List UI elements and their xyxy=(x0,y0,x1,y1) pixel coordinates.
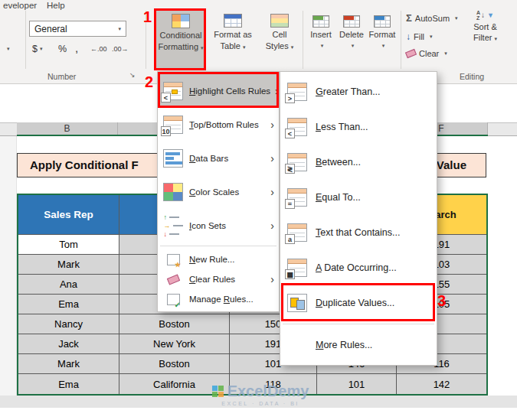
chevron-down-icon: ▾ xyxy=(291,44,294,50)
cell-r8c1[interactable]: Ema xyxy=(18,374,119,394)
column-header-b[interactable]: B xyxy=(17,122,118,135)
format-as-table-button[interactable]: Format as Table▾ xyxy=(209,10,257,70)
menu-item-a-date-occurring[interactable]: ▦A Date Occurring... xyxy=(280,250,437,285)
number-format-value: General xyxy=(34,24,67,34)
chevron-down-icon: ▾ xyxy=(494,36,497,41)
comma-style-button[interactable]: , xyxy=(75,41,78,54)
menu-item-label: Data Bars xyxy=(189,154,266,163)
tab-developer[interactable]: eveloper xyxy=(3,1,37,10)
menu-item-highlight-cells-rules[interactable]: <Highlight Cells Rules› xyxy=(158,74,279,108)
cell-r5c2[interactable]: Boston xyxy=(119,314,230,334)
cell-r8c5[interactable]: 142 xyxy=(397,374,486,394)
delete-button[interactable]: Delete ▾ xyxy=(337,11,366,50)
cell-r5c1[interactable]: Nancy xyxy=(18,314,119,334)
annotation-number-1: 1 xyxy=(143,8,152,26)
menu-separator xyxy=(283,324,434,324)
greater-than-icon: > xyxy=(284,80,310,103)
autosum-button[interactable]: Σ AutoSum▾ xyxy=(406,12,458,24)
format-button[interactable]: Format ▾ xyxy=(367,11,398,50)
delete-cells-icon xyxy=(343,15,360,28)
number-format-select[interactable]: General ▾ xyxy=(29,21,126,37)
delete-label: Delete xyxy=(339,30,364,39)
chevron-down-icon: ▾ xyxy=(455,15,458,21)
menu-item-new-rule[interactable]: ★New Rule... xyxy=(158,249,279,269)
fill-button[interactable]: ↓ Fill▾ xyxy=(406,31,433,42)
chevron-down-icon: ▾ xyxy=(201,45,204,50)
cell-r1c1[interactable]: Tom xyxy=(18,235,119,255)
conditional-formatting-label-1: Conditional xyxy=(159,31,201,40)
percent-style-button[interactable]: % xyxy=(58,44,67,54)
sigma-icon: Σ xyxy=(406,12,412,24)
cell-styles-button[interactable]: Cell Styles▾ xyxy=(260,10,299,70)
menu-item-label: Icon Sets xyxy=(189,221,266,230)
tab-help[interactable]: Help xyxy=(47,1,65,10)
chevron-down-icon[interactable]: ▾ xyxy=(7,46,10,52)
menu-item-label: More Rules... xyxy=(316,340,432,350)
submenu-arrow-icon: › xyxy=(270,220,274,232)
submenu-arrow-icon: › xyxy=(270,152,274,164)
cell-r4c1[interactable]: Ema xyxy=(18,295,119,314)
watermark: ExcelDemy EXCEL · DATA · BI xyxy=(182,383,339,406)
cell-r6c1[interactable]: Jack xyxy=(18,334,119,354)
number-dialog-launcher-icon[interactable]: ↘ xyxy=(129,71,136,79)
number-group-label: Number xyxy=(47,72,76,81)
menu-item-more-rules[interactable]: More Rules... xyxy=(280,327,437,363)
cell-styles-icon xyxy=(270,14,289,28)
conditional-formatting-button[interactable]: Conditional Formatting▾ xyxy=(156,10,205,70)
insert-button[interactable]: Insert ▾ xyxy=(306,11,335,50)
menu-item-equal-to[interactable]: =Equal To... xyxy=(280,180,437,215)
watermark-tagline: EXCEL · DATA · BI xyxy=(182,401,339,406)
chevron-down-icon: ▾ xyxy=(352,41,355,50)
menu-item-top-bottom-rules[interactable]: 10Top/Bottom Rules› xyxy=(158,108,279,142)
conditional-formatting-icon xyxy=(172,14,190,28)
format-as-table-icon xyxy=(224,14,242,28)
group-divider xyxy=(401,11,401,69)
exceldemy-logo-icon xyxy=(212,386,224,397)
accounting-format-button[interactable]: $▾ xyxy=(32,44,42,54)
increase-decimal-button[interactable]: ←.00 xyxy=(90,45,107,53)
menu-item-clear-rules[interactable]: Clear Rules› xyxy=(158,269,279,289)
menu-separator xyxy=(160,246,276,246)
menu-item-label: Text that Contains... xyxy=(316,227,432,238)
format-as-table-label-1: Format as xyxy=(214,30,252,39)
equal-to-icon: = xyxy=(284,186,310,209)
menu-item-label: Color Scales xyxy=(189,187,266,197)
annotation-number-2: 2 xyxy=(145,73,153,91)
menu-item-label: Manage Rules... xyxy=(189,295,274,304)
cell-r2c1[interactable]: Mark xyxy=(18,255,119,275)
chevron-down-icon: ▾ xyxy=(321,41,324,50)
sort-filter-icon: AZ↓▼ xyxy=(476,10,494,21)
decrease-decimal-button[interactable]: .00→ xyxy=(112,45,129,53)
menu-item-duplicate-values[interactable]: Duplicate Values... xyxy=(280,285,437,321)
less-than-icon: < xyxy=(284,116,310,138)
menu-item-greater-than[interactable]: >Greater Than... xyxy=(280,74,437,109)
cell-styles-label-1: Cell xyxy=(273,30,287,39)
format-cells-icon xyxy=(374,15,391,28)
menu-item-manage-rules[interactable]: ✓Manage Rules... xyxy=(158,289,279,309)
table-header-sales-rep[interactable]: Sales Rep xyxy=(18,195,119,235)
clear-button[interactable]: Clear▾ xyxy=(406,49,447,58)
cell-r3c1[interactable]: Ana xyxy=(18,275,119,295)
submenu-arrow-icon: › xyxy=(270,273,274,285)
menu-item-label: Between... xyxy=(316,157,432,168)
cell-r6c2[interactable]: New York xyxy=(119,334,230,354)
watermark-name: ExcelDemy xyxy=(227,383,309,400)
fill-down-icon: ↓ xyxy=(406,31,411,42)
menu-item-label: New Rule... xyxy=(189,255,274,264)
sort-filter-button[interactable]: AZ↓▼ Sort & Filter▾ xyxy=(473,10,497,44)
eraser-icon xyxy=(405,49,417,58)
sort-filter-label-1: Sort & xyxy=(473,22,497,31)
chevron-down-icon: ▾ xyxy=(40,46,43,52)
menu-item-less-than[interactable]: <Less Than... xyxy=(280,109,437,145)
cell-r7c1[interactable]: Mark xyxy=(18,354,119,374)
menu-item-label: Top/Bottom Rules xyxy=(189,120,266,129)
cell-r7c2[interactable]: Boston xyxy=(119,354,230,374)
sort-filter-label-2: Filter▾ xyxy=(473,33,497,44)
menu-item-text-that-contains[interactable]: aText that Contains... xyxy=(280,215,437,250)
menu-item-data-bars[interactable]: Data Bars› xyxy=(158,142,279,175)
menu-item-color-scales[interactable]: Color Scales› xyxy=(158,175,279,209)
menu-item-between[interactable]: ≷Between... xyxy=(280,145,437,180)
title-text-right: Value xyxy=(437,154,466,177)
menu-item-icon-sets[interactable]: ↑→↓Icon Sets› xyxy=(158,209,279,243)
highlight-cells-rules-submenu: >Greater Than...<Less Than...≷Between...… xyxy=(280,71,437,366)
